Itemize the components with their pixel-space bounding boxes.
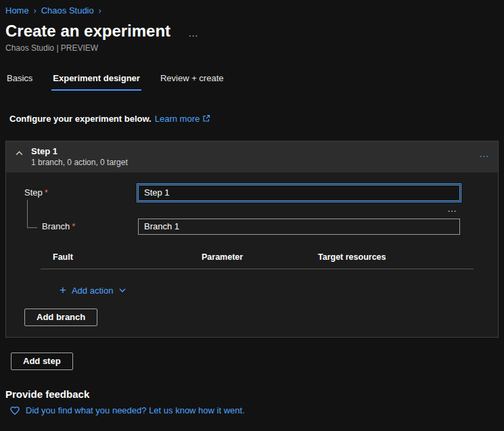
step-panel-body: Step* … Branch* Fault Parameter Target r… <box>6 173 498 337</box>
breadcrumb-chaos-studio[interactable]: Chaos Studio <box>41 5 94 16</box>
plus-icon: + <box>60 284 66 296</box>
page-subtitle: Chaos Studio | PREVIEW <box>5 43 499 53</box>
tab-review-create[interactable]: Review + create <box>159 73 225 91</box>
add-action-button[interactable]: + Add action <box>60 286 127 296</box>
add-action-label: Add action <box>72 286 113 296</box>
add-step-button[interactable]: Add step <box>11 353 73 370</box>
tab-bar: Basics Experiment designer Review + crea… <box>5 73 499 91</box>
step-panel-header-text: Step 1 1 branch, 0 action, 0 target <box>31 146 128 167</box>
feedback-link-text: Did you find what you needed? Let us kno… <box>26 405 245 415</box>
learn-more-link[interactable]: Learn more <box>155 114 210 124</box>
column-header-parameter: Parameter <box>202 252 318 262</box>
step-name-field <box>138 185 460 201</box>
add-branch-button[interactable]: Add branch <box>24 309 97 326</box>
step-panel: Step 1 1 branch, 0 action, 0 target … St… <box>5 141 499 338</box>
branch-more-options-button[interactable]: … <box>138 204 457 216</box>
learn-more-label: Learn more <box>155 114 200 124</box>
add-step-wrap: Add step <box>11 353 499 370</box>
tab-experiment-designer[interactable]: Experiment designer <box>51 73 141 91</box>
feedback-title: Provide feedback <box>5 388 499 400</box>
step-panel-title: Step 1 <box>31 146 128 156</box>
breadcrumb-separator: › <box>99 6 101 16</box>
step-name-label: Step* <box>20 187 138 198</box>
breadcrumb-home[interactable]: Home <box>5 5 29 16</box>
column-header-fault: Fault <box>53 252 202 262</box>
external-link-icon <box>202 114 210 122</box>
required-marker: * <box>72 221 75 231</box>
step-more-options-button[interactable]: … <box>479 148 490 159</box>
page-more-options-button[interactable]: … <box>188 27 199 39</box>
fault-table: Fault Parameter Target resources <box>41 252 474 269</box>
column-header-target-resources: Target resources <box>318 252 474 262</box>
branch-tree-connector <box>27 200 37 228</box>
breadcrumb-separator: › <box>34 6 37 16</box>
branch-name-field <box>138 219 460 235</box>
step-panel-header[interactable]: Step 1 1 branch, 0 action, 0 target … <box>6 141 498 173</box>
intro-line: Configure your experiment below. Learn m… <box>9 114 499 124</box>
add-branch-wrap: Add branch <box>24 309 487 326</box>
tab-basics[interactable]: Basics <box>5 73 34 91</box>
branch-name-label: Branch* <box>20 221 138 231</box>
intro-text: Configure your experiment below. <box>9 114 152 124</box>
feedback-link[interactable]: Did you find what you needed? Let us kno… <box>9 405 499 415</box>
breadcrumb: Home › Chaos Studio › <box>5 5 499 16</box>
step-name-input[interactable] <box>138 185 460 201</box>
page-title: Create an experiment <box>5 22 170 41</box>
title-row: Create an experiment … <box>5 22 499 41</box>
branch-name-input[interactable] <box>138 219 460 235</box>
page: Home › Chaos Studio › Create an experime… <box>0 0 504 415</box>
fault-table-header-row: Fault Parameter Target resources <box>41 252 474 269</box>
chevron-down-icon <box>118 287 127 294</box>
chevron-up-icon[interactable] <box>15 150 24 157</box>
required-marker: * <box>45 187 48 198</box>
step-panel-summary: 1 branch, 0 action, 0 target <box>31 158 128 167</box>
heart-icon <box>9 405 20 415</box>
step-form: Step* … Branch* <box>20 185 487 235</box>
